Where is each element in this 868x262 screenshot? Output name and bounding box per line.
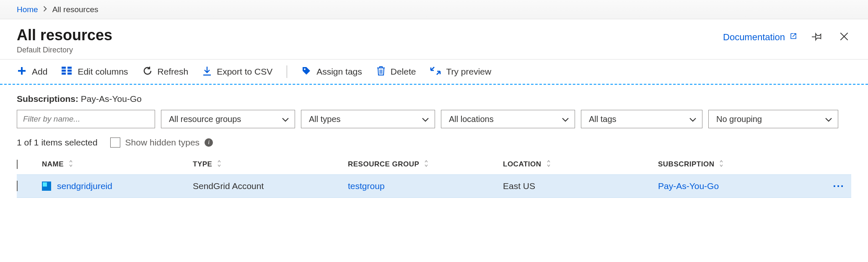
types-dropdown[interactable]: All types <box>301 110 435 128</box>
page-subtitle: Default Directory <box>17 46 112 54</box>
grouping-dropdown[interactable]: No grouping <box>708 110 838 128</box>
chevron-down-icon <box>689 114 696 124</box>
info-icon[interactable]: i <box>205 138 213 147</box>
filter-bar: All resource groups All types All locati… <box>0 110 868 136</box>
column-location-label: LOCATION <box>503 160 542 169</box>
refresh-icon <box>143 66 153 78</box>
resource-name-link[interactable]: sendgridjureid <box>57 181 112 191</box>
column-subscription[interactable]: SUBSCRIPTION <box>658 160 826 169</box>
documentation-link[interactable]: Documentation <box>723 32 798 43</box>
show-hidden-label: Show hidden types <box>125 137 200 148</box>
breadcrumb: Home All resources <box>0 0 868 19</box>
page-title: All resources <box>17 27 112 44</box>
add-label: Add <box>32 67 47 77</box>
page-header: All resources Default Directory Document… <box>0 19 868 60</box>
sort-icon <box>216 160 222 169</box>
close-button[interactable] <box>837 29 851 45</box>
tag-icon <box>301 66 311 78</box>
toolbar: Add Edit columns Refresh Export to CSV <box>0 60 868 85</box>
table-header: NAME TYPE RESOURCE GROUP LOCATION SUBSCR… <box>17 154 851 174</box>
resource-location: East US <box>503 181 658 191</box>
svg-rect-1 <box>62 70 66 72</box>
more-icon: ··· <box>833 180 845 192</box>
chevron-down-icon <box>422 114 429 124</box>
sort-icon <box>718 160 724 169</box>
chevron-down-icon <box>562 114 569 124</box>
types-value: All types <box>309 114 341 124</box>
row-more-button[interactable]: ··· <box>826 180 851 193</box>
close-icon <box>839 31 850 43</box>
column-location[interactable]: LOCATION <box>503 160 658 169</box>
subscriptions-value: Pay-As-You-Go <box>81 94 142 104</box>
chevron-down-icon <box>282 114 289 124</box>
column-name[interactable]: NAME <box>42 160 193 169</box>
trash-icon <box>376 66 386 78</box>
try-preview-button[interactable]: Try preview <box>430 66 491 78</box>
subscriptions-line: Subscriptions: Pay-As-You-Go <box>0 85 868 110</box>
svg-rect-5 <box>67 73 72 75</box>
pin-icon <box>812 31 823 43</box>
subscriptions-label: Subscriptions: <box>17 94 78 104</box>
resources-table: NAME TYPE RESOURCE GROUP LOCATION SUBSCR… <box>0 154 868 198</box>
selection-row: 1 of 1 items selected Show hidden types … <box>0 136 868 154</box>
breadcrumb-current: All resources <box>52 5 98 14</box>
export-csv-button[interactable]: Export to CSV <box>202 66 272 78</box>
documentation-label: Documentation <box>723 32 785 43</box>
resource-group-link[interactable]: testgroup <box>348 181 503 191</box>
resource-subscription-link[interactable]: Pay-As-You-Go <box>658 181 826 191</box>
resource-type: SendGrid Account <box>193 181 348 191</box>
chevron-right-icon <box>43 6 47 13</box>
resource-groups-value: All resource groups <box>169 114 241 124</box>
column-name-label: NAME <box>42 160 64 169</box>
plus-icon <box>17 66 27 78</box>
sort-icon <box>546 160 552 169</box>
column-type-label: TYPE <box>193 160 212 169</box>
edit-columns-button[interactable]: Edit columns <box>62 67 128 77</box>
row-checkbox[interactable] <box>17 181 18 191</box>
tags-value: All tags <box>589 114 617 124</box>
column-type[interactable]: TYPE <box>193 160 348 169</box>
show-hidden-checkbox[interactable] <box>110 137 120 148</box>
column-resource-group-label: RESOURCE GROUP <box>348 160 419 169</box>
sort-icon <box>68 160 74 169</box>
export-csv-label: Export to CSV <box>217 67 272 77</box>
locations-value: All locations <box>449 114 494 124</box>
edit-columns-label: Edit columns <box>78 67 128 77</box>
pin-button[interactable] <box>810 29 824 45</box>
add-button[interactable]: Add <box>17 66 47 78</box>
refresh-button[interactable]: Refresh <box>143 66 189 78</box>
svg-rect-3 <box>67 67 72 69</box>
svg-rect-2 <box>62 73 66 75</box>
assign-tags-label: Assign tags <box>316 67 362 77</box>
assign-tags-button[interactable]: Assign tags <box>301 66 362 78</box>
filter-name-input[interactable] <box>17 110 155 128</box>
breadcrumb-home[interactable]: Home <box>17 5 38 14</box>
table-row[interactable]: sendgridjureid SendGrid Account testgrou… <box>17 174 851 198</box>
select-all-checkbox[interactable] <box>17 160 18 169</box>
download-icon <box>202 66 212 78</box>
delete-label: Delete <box>391 67 416 77</box>
svg-rect-0 <box>62 67 66 69</box>
resource-icon <box>42 182 51 191</box>
column-subscription-label: SUBSCRIPTION <box>658 160 714 169</box>
column-resource-group[interactable]: RESOURCE GROUP <box>348 160 503 169</box>
toolbar-separator <box>287 65 287 78</box>
sort-icon <box>423 160 429 169</box>
refresh-label: Refresh <box>158 67 189 77</box>
resource-groups-dropdown[interactable]: All resource groups <box>161 110 295 128</box>
tags-dropdown[interactable]: All tags <box>581 110 702 128</box>
delete-button[interactable]: Delete <box>376 66 416 78</box>
try-preview-label: Try preview <box>446 67 491 77</box>
locations-dropdown[interactable]: All locations <box>441 110 575 128</box>
external-link-icon <box>789 32 798 43</box>
columns-icon <box>62 67 73 77</box>
selection-count: 1 of 1 items selected <box>17 137 98 148</box>
preview-icon <box>430 66 441 78</box>
svg-rect-4 <box>67 70 72 72</box>
grouping-value: No grouping <box>716 114 762 124</box>
svg-point-6 <box>304 68 306 70</box>
chevron-down-icon <box>825 114 832 124</box>
